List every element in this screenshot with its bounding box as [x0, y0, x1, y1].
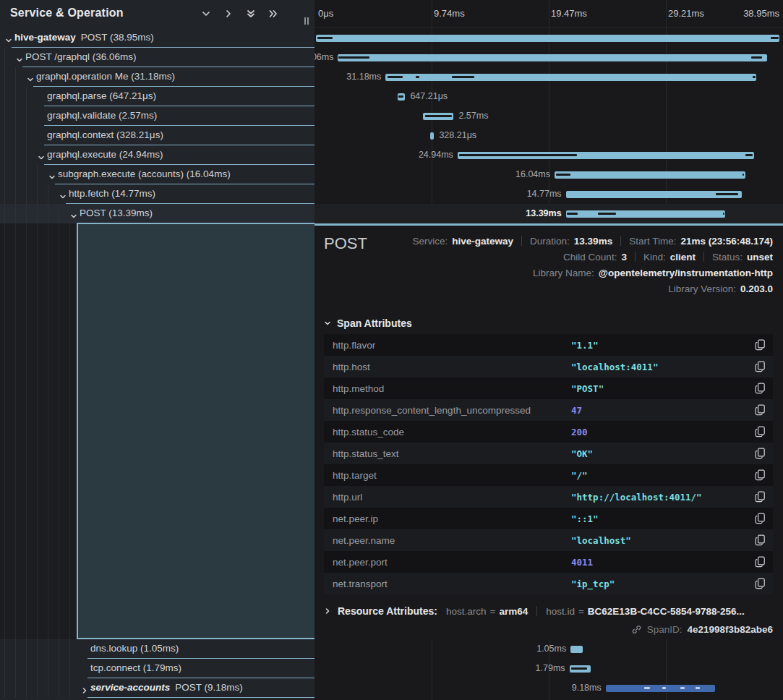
attribute-row: net.peer.ip"::1": [324, 508, 773, 529]
detail-field-label: Duration:: [530, 236, 570, 247]
divider: [521, 236, 522, 246]
span-tree-row[interactable]: subgraph.execute (accounts) (16.04ms): [0, 165, 315, 184]
attribute-key: http.method: [324, 383, 384, 394]
span-tree-row[interactable]: graphql.validate (2.57ms): [0, 106, 315, 126]
operation-name: http.fetch (14.77ms): [69, 188, 155, 199]
waterfall-row[interactable]: [315, 28, 783, 48]
waterfall-row[interactable]: 14.77ms: [315, 184, 783, 204]
copy-icon[interactable]: [755, 469, 766, 481]
span-tree-row[interactable]: graphql.execute (24.94ms): [0, 145, 315, 165]
detail-field: Library Version:0.203.0: [668, 283, 773, 294]
copy-icon[interactable]: [755, 534, 766, 546]
timeline-tick: 0μs: [318, 8, 333, 19]
indent-guide: [4, 48, 5, 67]
span-duration-label: 1.05ms: [536, 644, 566, 654]
waterfall-row[interactable]: 24.94ms: [315, 145, 783, 165]
chevron-down-icon[interactable]: [59, 190, 67, 197]
waterfall-row[interactable]: 1.05ms: [315, 639, 783, 659]
span-tree-row[interactable]: POST (13.39ms): [0, 204, 315, 223]
copy-icon[interactable]: [755, 556, 766, 568]
panel-resize-handle[interactable]: [304, 17, 309, 25]
indent-guide: [48, 639, 48, 659]
chevron-right-icon[interactable]: [223, 9, 234, 19]
chevron-down-icon[interactable]: [70, 210, 77, 217]
span-tree-row[interactable]: hive-gatewayPOST (38.95ms): [0, 28, 315, 48]
waterfall-row[interactable]: 1.79ms: [315, 659, 783, 678]
resource-attributes-row[interactable]: Resource Attributes: host.arch=arm64host…: [324, 605, 745, 617]
link-icon[interactable]: [631, 624, 642, 635]
indent-guide: [4, 678, 5, 698]
span-duration-bar[interactable]: [430, 132, 434, 140]
span-tree-row[interactable]: graphql.parse (647.21μs): [0, 87, 315, 106]
waterfall-row[interactable]: 2.57ms: [315, 106, 783, 126]
span-duration-label: 14.77ms: [527, 189, 562, 199]
span-duration-bar[interactable]: [398, 93, 406, 101]
indent-guide: [15, 67, 16, 87]
span-tree-row[interactable]: service-accountsPOST (9.18ms): [0, 678, 315, 698]
attribute-value: "localhost:4011": [571, 362, 658, 372]
indent-guide: [48, 678, 48, 698]
copy-icon[interactable]: [755, 426, 766, 438]
span-duration-bar[interactable]: [316, 35, 779, 42]
span-duration-bar[interactable]: [566, 191, 742, 198]
detail-field-label: Library Version:: [668, 283, 736, 294]
span-tree-row[interactable]: graphql.operation Me (31.18ms): [0, 67, 315, 87]
waterfall-row[interactable]: 647.21μs: [315, 87, 783, 106]
span-duration-bar[interactable]: [385, 74, 756, 81]
chevron-down-icon[interactable]: [48, 171, 56, 178]
span-tree-row[interactable]: POST /graphql (36.06ms): [0, 48, 315, 67]
indent-guide: [37, 678, 38, 698]
span-duration-bar[interactable]: [555, 171, 745, 179]
attribute-key: http.status_text: [324, 448, 399, 459]
detail-field-value: 13.39ms: [574, 236, 612, 247]
detail-field: Duration:13.39ms: [530, 236, 612, 247]
indent-guide: [59, 223, 59, 639]
double-chevron-down-icon[interactable]: [246, 9, 256, 19]
span-duration-bar[interactable]: [566, 210, 725, 218]
copy-icon[interactable]: [755, 383, 766, 394]
chevron-down-icon[interactable]: [16, 54, 23, 61]
span-tree-row[interactable]: tcp.connect (1.79ms): [0, 659, 315, 678]
indent-guide: [15, 165, 16, 184]
span-duration-bar[interactable]: [423, 113, 453, 120]
span-tree-row[interactable]: graphql.context (328.21μs): [0, 126, 315, 145]
waterfall-row[interactable]: 328.21μs: [315, 126, 783, 145]
indent-guide: [59, 678, 59, 698]
double-chevron-right-icon[interactable]: [268, 9, 278, 19]
span-label: subgraph.execute (accounts) (16.04ms): [58, 168, 231, 179]
copy-icon[interactable]: [755, 513, 766, 524]
waterfall-row[interactable]: 16.04ms: [315, 165, 783, 184]
waterfall-row[interactable]: 36.06ms: [315, 48, 783, 67]
copy-icon[interactable]: [755, 578, 766, 589]
chevron-right-icon[interactable]: [81, 684, 88, 691]
operation-name: tcp.connect (1.79ms): [90, 662, 181, 673]
copy-icon[interactable]: [755, 339, 766, 351]
span-duration-bar[interactable]: [570, 665, 591, 673]
service-name: service-accounts: [90, 682, 170, 693]
indent-guide: [59, 659, 59, 678]
indent-guide: [48, 204, 48, 223]
span-attributes-toggle[interactable]: Span Attributes: [324, 317, 412, 329]
span-duration-bar[interactable]: [606, 685, 715, 692]
copy-icon[interactable]: [755, 361, 766, 372]
chevron-down-icon[interactable]: [5, 34, 12, 41]
attribute-key: net.peer.port: [324, 557, 388, 568]
copy-icon[interactable]: [755, 404, 766, 416]
attribute-value: 47: [571, 405, 582, 416]
span-duration-bar[interactable]: [570, 646, 583, 653]
waterfall-row[interactable]: 31.18ms: [315, 67, 783, 87]
chevron-down-icon[interactable]: [201, 9, 211, 19]
span-tree-row[interactable]: dns.lookup (1.05ms): [0, 639, 315, 659]
copy-icon[interactable]: [755, 491, 766, 503]
waterfall-row[interactable]: 9.18ms: [315, 678, 783, 698]
chevron-down-icon[interactable]: [27, 73, 34, 80]
span-duration-bar[interactable]: [338, 54, 766, 61]
indent-guide: [48, 659, 48, 678]
span-tree-row[interactable]: http.fetch (14.77ms): [0, 184, 315, 204]
span-duration-bar[interactable]: [458, 152, 754, 159]
span-duration-label: 31.18ms: [346, 72, 381, 82]
waterfall-row[interactable]: 13.39ms: [315, 204, 783, 223]
detail-field: Start Time:21ms (23:56:48.174): [629, 236, 773, 247]
copy-icon[interactable]: [755, 448, 766, 459]
chevron-down-icon[interactable]: [38, 151, 45, 158]
